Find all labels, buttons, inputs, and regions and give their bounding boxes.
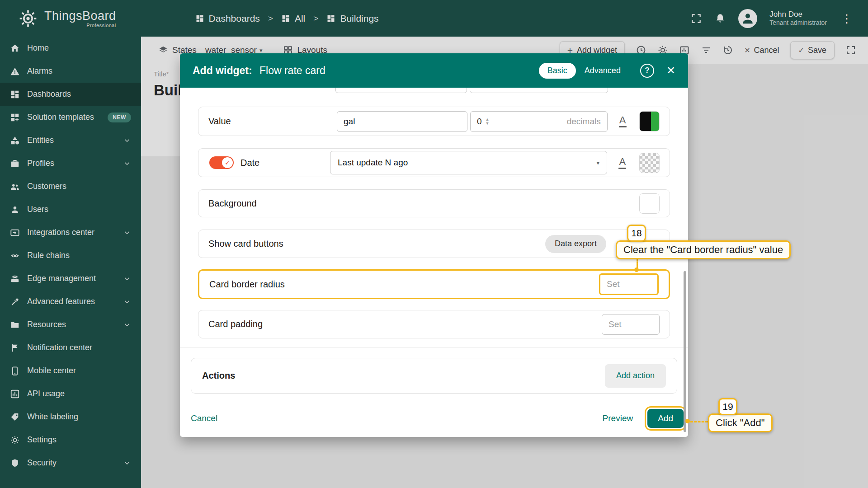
card-padding-input[interactable]: Set: [602, 314, 660, 335]
caret-down-icon: ▾: [596, 159, 599, 166]
toggle-thumb: ✓: [222, 157, 233, 168]
format-text-icon: A: [619, 157, 626, 167]
check-icon: ✓: [225, 159, 230, 166]
actions-section: Actions Add action: [191, 358, 677, 394]
date-font-settings-button[interactable]: A: [613, 153, 632, 173]
format-text-icon: A: [619, 115, 626, 125]
format-text-underline: [618, 168, 626, 169]
decimals-placeholder: decimals: [567, 117, 601, 127]
divider: [180, 347, 688, 348]
tab-advanced[interactable]: Advanced: [579, 63, 627, 79]
stepper-down-icon[interactable]: ▼: [485, 122, 489, 126]
value-font-settings-button[interactable]: A: [613, 112, 632, 131]
clipped-input[interactable]: [470, 88, 608, 93]
background-label: Background: [208, 198, 257, 209]
step-18-badge: 18: [627, 225, 646, 242]
date-color-swatch[interactable]: [639, 153, 660, 173]
data-export-chip[interactable]: Data export: [545, 235, 606, 253]
modal-title: Add widget: Flow rate card: [193, 65, 326, 77]
settings-mode-tabs: Basic Advanced: [539, 63, 627, 79]
card-buttons-label: Show card buttons: [208, 239, 283, 249]
help-button[interactable]: ?: [640, 64, 654, 78]
modal-title-prefix: Add widget:: [193, 65, 252, 76]
modal-header: Add widget: Flow rate card Basic Advance…: [180, 53, 688, 88]
page: ThingsBoard Professional Dashboards > Al…: [0, 0, 868, 488]
step-19-callout: Click "Add": [708, 413, 773, 432]
add-button[interactable]: Add: [647, 409, 684, 428]
step-18-connector: [637, 259, 638, 268]
modal-footer-right: Preview Add: [603, 409, 684, 428]
date-settings-row: ✓ Date Last update N ago ▾ A: [198, 148, 670, 177]
modal-widget-name: Flow rate card: [259, 65, 326, 76]
step-18-callout: Clear the "Card border radius" value: [616, 240, 791, 259]
modal-body: Value gal 0 ▲ ▼ decimals A: [180, 88, 688, 437]
clipped-input[interactable]: [335, 88, 467, 93]
date-format-select[interactable]: Last update N ago ▾: [330, 151, 607, 174]
step-19-badge: 19: [718, 398, 737, 415]
card-padding-row: Card padding Set: [198, 310, 670, 338]
decimals-input[interactable]: 0 ▲ ▼ decimals: [470, 111, 608, 132]
add-action-button[interactable]: Add action: [605, 364, 666, 388]
actions-label: Actions: [202, 371, 235, 381]
modal-footer: Cancel Preview Add: [191, 409, 684, 428]
date-toggle[interactable]: ✓: [209, 156, 234, 169]
date-format-value: Last update N ago: [338, 158, 408, 168]
add-widget-modal: Add widget: Flow rate card Basic Advance…: [180, 53, 688, 437]
scrolled-row-clipped: [198, 88, 670, 94]
format-text-underline: [619, 126, 627, 127]
number-stepper[interactable]: ▲ ▼: [485, 117, 489, 125]
value-settings-row: Value gal 0 ▲ ▼ decimals A: [198, 107, 670, 136]
date-label: Date: [241, 158, 330, 168]
decimals-value: 0: [477, 117, 482, 127]
background-color-swatch[interactable]: [639, 193, 660, 214]
step-19-connector: [690, 421, 708, 422]
card-border-radius-row: Card border radius Set: [198, 269, 670, 299]
value-color-swatch[interactable]: [639, 111, 660, 131]
card-border-radius-input[interactable]: Set: [599, 273, 659, 295]
question-icon: ?: [645, 66, 649, 75]
card-buttons-row: Show card buttons Data export: [198, 230, 670, 258]
step-19-dot: [685, 419, 690, 423]
card-border-radius-label: Card border radius: [209, 279, 285, 290]
modal-cancel-button[interactable]: Cancel: [191, 413, 217, 423]
step-18-dot: [634, 267, 639, 272]
value-units-input[interactable]: gal: [337, 111, 467, 132]
preview-button[interactable]: Preview: [603, 413, 633, 423]
card-padding-label: Card padding: [208, 319, 263, 329]
tab-basic[interactable]: Basic: [539, 63, 576, 79]
value-label: Value: [208, 116, 337, 127]
background-settings-row: Background: [198, 189, 670, 217]
modal-close-icon[interactable]: ✕: [666, 65, 675, 76]
modal-scrollbar-thumb[interactable]: [684, 271, 686, 432]
